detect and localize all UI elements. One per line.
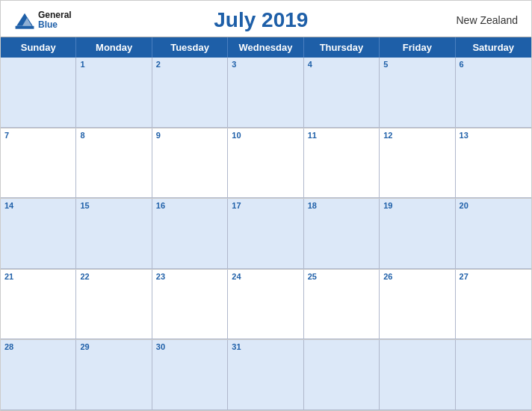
day-number: 10 [232,131,299,140]
day-number: 2 [156,60,223,69]
day-cell: 26 [380,270,455,340]
day-number: 23 [156,272,223,281]
day-cell: 10 [228,129,303,199]
day-header-thursday: Thursday [304,37,380,58]
logo-text: General Blue [38,10,72,30]
day-cell: 6 [456,58,531,128]
day-number: 15 [80,201,147,210]
week-row: 123456 [1,58,531,129]
logo-area: General Blue [14,10,72,31]
day-number: 13 [460,131,528,140]
day-header-wednesday: Wednesday [228,37,303,58]
day-header-sunday: Sunday [1,37,76,58]
day-number: 8 [80,131,147,140]
month-title: July 2019 [72,8,451,32]
day-number: 17 [232,201,299,210]
day-cell [456,340,531,410]
day-cell: 28 [1,340,76,410]
day-cell: 29 [76,340,152,410]
day-cell: 16 [152,199,228,269]
weeks-container: 1234567891011121314151617181920212223242… [1,58,531,410]
day-number: 24 [232,272,299,281]
day-header-friday: Friday [380,37,455,58]
day-cell: 14 [1,199,76,269]
day-number: 22 [80,272,147,281]
day-cell: 11 [304,129,380,199]
day-number: 12 [383,131,451,140]
day-cell: 4 [304,58,380,128]
day-cell: 20 [456,199,531,269]
day-cell: 21 [1,270,76,340]
day-number: 28 [4,342,72,351]
day-cell: 5 [380,58,455,128]
day-number: 14 [4,201,72,210]
day-number: 26 [383,272,451,281]
week-row: 78910111213 [1,129,531,200]
day-cell: 9 [152,129,228,199]
day-header-saturday: Saturday [456,37,531,58]
day-number: 19 [383,201,451,210]
day-cell: 19 [380,199,455,269]
day-cell: 12 [380,129,455,199]
day-cell: 13 [456,129,531,199]
day-number: 4 [308,60,375,69]
generalblue-logo-icon [14,10,35,31]
week-row: 14151617181920 [1,199,531,270]
day-number: 25 [308,272,375,281]
day-cell [304,340,380,410]
day-cell: 25 [304,270,380,340]
day-number: 31 [232,342,299,351]
day-number: 5 [383,60,451,69]
calendar: General Blue July 2019 New Zealand Sunda… [0,0,532,411]
day-header-monday: Monday [76,37,152,58]
day-number: 7 [4,131,72,140]
day-number: 30 [156,342,223,351]
day-number: 11 [308,131,375,140]
day-cell: 15 [76,199,152,269]
day-cell: 3 [228,58,303,128]
day-number: 9 [156,131,223,140]
day-cell: 8 [76,129,152,199]
week-row: 21222324252627 [1,270,531,341]
day-cell: 2 [152,58,228,128]
logo-blue-text: Blue [38,20,72,30]
day-cell: 1 [76,58,152,128]
day-cell [380,340,455,410]
svg-rect-3 [16,26,34,29]
calendar-header: General Blue July 2019 New Zealand [1,1,531,37]
country-label: New Zealand [451,14,518,26]
day-number: 3 [232,60,299,69]
day-number: 16 [156,201,223,210]
day-header-tuesday: Tuesday [152,37,228,58]
day-cell: 24 [228,270,303,340]
day-cell: 17 [228,199,303,269]
day-number: 27 [460,272,528,281]
day-headers-row: SundayMondayTuesdayWednesdayThursdayFrid… [1,37,531,58]
day-number: 29 [80,342,147,351]
calendar-grid: SundayMondayTuesdayWednesdayThursdayFrid… [1,37,531,410]
day-number: 6 [460,60,528,69]
day-cell: 27 [456,270,531,340]
day-number: 1 [80,60,147,69]
week-row: 28293031 [1,340,531,410]
day-cell: 30 [152,340,228,410]
day-cell: 22 [76,270,152,340]
day-number: 20 [460,201,528,210]
day-cell: 7 [1,129,76,199]
day-cell: 31 [228,340,303,410]
day-cell: 23 [152,270,228,340]
day-number: 18 [308,201,375,210]
day-cell [1,58,76,128]
day-cell: 18 [304,199,380,269]
day-number: 21 [4,272,72,281]
